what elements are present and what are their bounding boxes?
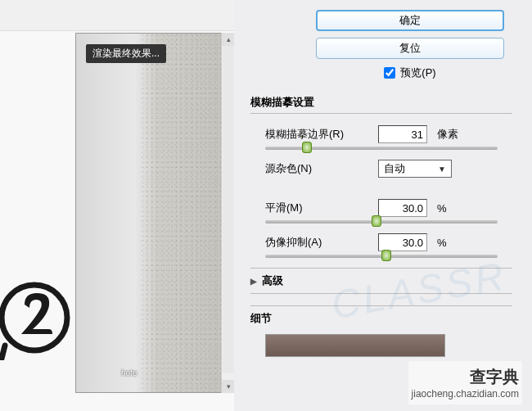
watermark-url: jiaocheng.chazidian.com [412,388,519,400]
edge-slider-thumb[interactable] [302,142,312,153]
artifact-slider-thumb[interactable] [381,250,391,261]
smooth-input[interactable] [378,199,427,217]
edge-slider[interactable] [265,147,498,150]
edge-unit: 像素 [437,127,458,142]
reset-button[interactable]: 复位 [316,38,504,59]
noise-label: 源杂色(N) [265,161,378,176]
preview-pane: 渲染最终效果... hote ▴ ▾ [0,0,234,411]
ok-label: 确定 [399,13,421,28]
smooth-slider[interactable] [265,220,498,224]
ok-button[interactable]: 确定 [316,10,504,31]
artifact-label: 伪像抑制(A) [265,235,378,250]
section-advanced[interactable]: ▶ 高级 [250,268,512,294]
smooth-label: 平滑(M) [265,201,378,215]
section-detail-label: 细节 [250,311,272,326]
reset-label: 复位 [399,41,421,56]
noise-value: 自动 [384,161,405,176]
noise-dropdown[interactable]: 自动 ▼ [378,160,452,178]
watermark-title: 查字典 [412,366,519,388]
edge-input[interactable] [378,125,427,143]
scroll-up-button[interactable]: ▴ [222,33,235,46]
section-detail[interactable]: 细节 [250,305,512,331]
preview-checkbox-label: 预览(P) [400,65,435,80]
settings-pane: CLASSR 确定 复位 预览(P) 模糊描摹设置 模糊描摹边界(R) 像素 源… [234,0,532,411]
section-blur-mask: 模糊描摹设置 [250,92,512,114]
artifact-slider[interactable] [265,255,498,258]
scroll-thumb[interactable] [223,46,234,373]
smooth-field-row: 平滑(M) % [265,199,512,217]
artifact-unit: % [437,237,447,249]
smooth-slider-thumb[interactable] [372,215,381,227]
detail-preview [265,334,445,357]
render-tooltip: 渲染最终效果... [86,44,166,63]
watermark: 查字典 jiaocheng.chazidian.com [408,361,522,404]
preview-label: hote [121,368,137,377]
section-advanced-label: 高级 [262,273,283,288]
artifact-input[interactable] [378,233,427,251]
noise-field-row: 源杂色(N) 自动 ▼ [265,160,512,178]
scroll-down-button[interactable]: ▾ [222,380,235,393]
smooth-unit: % [437,202,447,215]
texture-overlay [142,34,223,392]
chevron-down-icon: ▼ [438,165,446,174]
chevron-right-icon: ▶ [250,277,257,286]
preview-checkbox-row: 预览(P) [316,65,504,80]
preview-checkbox[interactable] [384,67,395,79]
image-preview[interactable] [75,33,223,393]
artifact-field-row: 伪像抑制(A) % [265,233,512,251]
vertical-scrollbar[interactable]: ▴ ▾ [221,33,234,393]
edge-label: 模糊描摹边界(R) [265,127,378,142]
annotation-step-2 [0,254,78,360]
preview-toolbar [0,0,234,31]
preview-content [76,34,222,392]
edge-field-row: 模糊描摹边界(R) 像素 [265,125,512,143]
